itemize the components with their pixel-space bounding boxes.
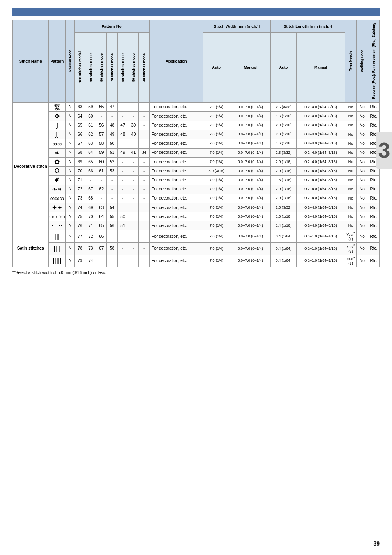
table-row: ❧❧N726762----For decoration, etc.7.0 (1/… xyxy=(13,185,380,194)
table-row: |||||N7974-----For decoration, etc.7.0 (… xyxy=(13,255,380,267)
p50-cell: - xyxy=(128,157,139,166)
presser-foot-cell: N xyxy=(66,121,75,130)
p90-cell: 71 xyxy=(85,221,96,230)
p50-cell: - xyxy=(128,212,139,221)
p60-cell: 51 xyxy=(118,221,128,230)
p80-cell: 62 xyxy=(96,185,107,194)
table-row: ∞∞∞N7368-----For decoration, etc.7.0 (1/… xyxy=(13,194,380,203)
application-cell: For decoration, etc. xyxy=(150,255,203,267)
p60-cell: 49 xyxy=(118,148,128,157)
p50-cell: 40 xyxy=(128,130,139,139)
p40-cell: - xyxy=(139,157,150,166)
table-row: ❧N68645951494134For decoration, etc.7.0 … xyxy=(13,148,380,157)
walking-foot-cell: No xyxy=(357,157,368,166)
p70-cell: - xyxy=(107,194,118,203)
p40-cell: - xyxy=(139,230,150,243)
twin-needle-cell: No xyxy=(345,139,357,148)
length-auto-cell: 0.4 (1/64) xyxy=(270,230,296,243)
presser-foot-cell: N xyxy=(66,167,75,176)
walking-foot-cell: No xyxy=(357,203,368,212)
p80-cell: 66 xyxy=(96,230,107,243)
length-auto-cell: 1.4 (1/16) xyxy=(270,221,296,230)
twin-needle-cell: No xyxy=(345,121,357,130)
col-90-header: 90 stitches model xyxy=(85,33,96,102)
p50-cell: - xyxy=(128,221,139,230)
p60-cell: 48 xyxy=(118,130,128,139)
application-cell: For decoration, etc. xyxy=(150,194,203,203)
presser-foot-cell: N xyxy=(66,139,75,148)
pattern-symbol-cell: ∫ xyxy=(48,121,66,130)
pattern-symbol-cell: ||||| xyxy=(48,255,66,267)
length-manual-cell: 0.2–4.0 (1/64–3/16) xyxy=(296,157,345,166)
p90-cell: 66 xyxy=(85,167,96,176)
application-cell: For decoration, etc. xyxy=(150,157,203,166)
width-auto-cell: 7.0 (1/4) xyxy=(203,148,230,157)
length-manual-cell: 0.2–4.0 (1/64–3/16) xyxy=(296,167,345,176)
table-row: Satin stitches|||N777266----For decorati… xyxy=(13,230,380,243)
application-cell: For decoration, etc. xyxy=(150,167,203,176)
walking-foot-cell: No xyxy=(357,139,368,148)
p100-cell: 69 xyxy=(75,157,85,166)
pattern-symbol-cell: ❧❧ xyxy=(48,185,66,194)
p90-cell: 67 xyxy=(85,185,96,194)
presser-foot-cell: N xyxy=(66,230,75,243)
walking-foot-cell: No xyxy=(357,121,368,130)
p70-cell: - xyxy=(107,255,118,267)
reverse-cell: Rfc. xyxy=(368,176,380,185)
width-auto-cell: 7.0 (1/4) xyxy=(203,212,230,221)
p70-cell: 52 xyxy=(107,157,118,166)
p60-cell: - xyxy=(118,230,128,243)
width-auto-cell: 7.0 (1/4) xyxy=(203,157,230,166)
table-row: ○○○○N7570645550--For decoration, etc.7.0… xyxy=(13,212,380,221)
length-manual-cell: 0.2–4.0 (1/64–3/16) xyxy=(296,112,345,121)
twin-needle-cell: No xyxy=(345,102,357,111)
presser-foot-cell: N xyxy=(66,194,75,203)
reverse-header: Reverse (Rev.)/ Reinforcement (Rfc.) Sti… xyxy=(368,20,380,103)
reverse-cell: Rfc. xyxy=(368,230,380,243)
pattern-header: Pattern xyxy=(48,20,66,103)
twin-needle-cell: No xyxy=(345,212,357,221)
p100-cell: 64 xyxy=(75,112,85,121)
p50-cell: - xyxy=(128,176,139,185)
p100-cell: 67 xyxy=(75,139,85,148)
reverse-cell: Rfc. xyxy=(368,255,380,267)
p100-cell: 70 xyxy=(75,167,85,176)
p70-cell: - xyxy=(107,112,118,121)
p100-cell: 63 xyxy=(75,102,85,111)
presser-foot-cell: N xyxy=(66,243,75,255)
p100-cell: 72 xyxy=(75,185,85,194)
p70-cell: - xyxy=(107,185,118,194)
length-auto-cell: 1.6 (1/16) xyxy=(270,212,296,221)
length-auto-cell: 2.5 (3/32) xyxy=(270,102,296,111)
table-row: ✦✦N74696354---For decoration, etc.7.0 (1… xyxy=(13,203,380,212)
p80-cell: 60 xyxy=(96,157,107,166)
presser-foot-cell: N xyxy=(66,185,75,194)
presser-foot-cell: N xyxy=(66,102,75,111)
p100-cell: 74 xyxy=(75,203,85,212)
application-cell: For decoration, etc. xyxy=(150,130,203,139)
p40-cell: - xyxy=(139,167,150,176)
p80-cell: 55 xyxy=(96,102,107,111)
p80-cell: - xyxy=(96,194,107,203)
p40-cell: 34 xyxy=(139,148,150,157)
presser-foot-cell: N xyxy=(66,221,75,230)
width-manual-cell: 0.0–7.0 (0–1/4) xyxy=(230,139,271,148)
p50-cell: - xyxy=(128,203,139,212)
width-auto-cell: 7.0 (1/4) xyxy=(203,255,230,267)
p90-cell: 74 xyxy=(85,255,96,267)
p90-cell: 60 xyxy=(85,112,96,121)
p90-cell: 62 xyxy=(85,130,96,139)
table-row: ∞∞N67635850---For decoration, etc.7.0 (1… xyxy=(13,139,380,148)
twin-needle-header: Twin Needle xyxy=(345,20,357,103)
width-auto-cell: 7.0 (1/4) xyxy=(203,243,230,255)
twin-needle-cell: No xyxy=(345,203,357,212)
twin-needle-cell: Yes** (↓) xyxy=(345,255,357,267)
reverse-cell: Rfc. xyxy=(368,194,380,203)
presser-foot-header: Presser Foot xyxy=(66,20,75,103)
stitch-width-header: Stitch Width [mm (inch.)] xyxy=(203,20,271,33)
p50-cell: - xyxy=(128,194,139,203)
length-manual-cell: 0.2–4.0 (1/64–3/16) xyxy=(296,121,345,130)
p70-cell: 55 xyxy=(107,212,118,221)
p70-cell: 54 xyxy=(107,203,118,212)
p90-cell: 68 xyxy=(85,194,96,203)
